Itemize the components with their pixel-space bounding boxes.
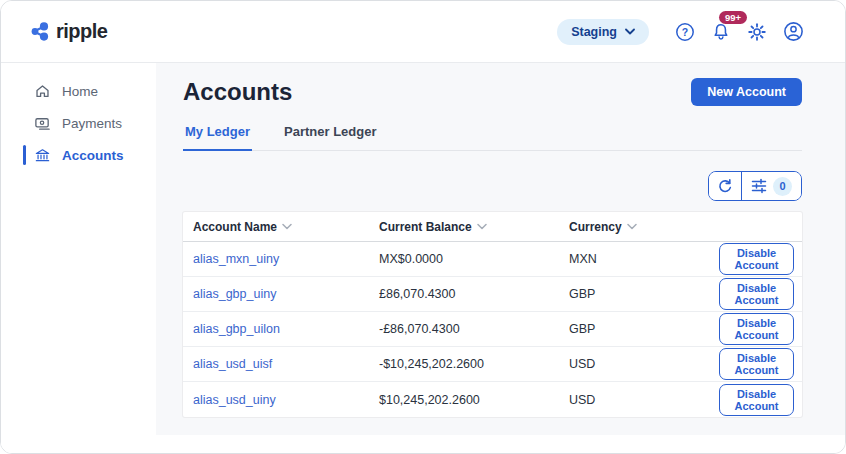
title-row: Accounts New Account xyxy=(183,78,802,106)
sidebar-item-payments[interactable]: Payments xyxy=(1,107,156,139)
account-button[interactable] xyxy=(781,20,805,44)
column-label: Currency xyxy=(569,220,622,234)
table-header: Account Name Current Balance Currency xyxy=(183,212,802,242)
accounts-table: Account Name Current Balance Currency al… xyxy=(183,212,802,417)
home-icon xyxy=(34,83,51,100)
currency-cell: USD xyxy=(569,393,719,407)
disable-account-button[interactable]: Disable Account xyxy=(719,278,794,310)
currency-cell: USD xyxy=(569,357,719,371)
svg-text:?: ? xyxy=(682,26,688,38)
payments-icon xyxy=(34,115,51,132)
page-body: Home Payments xyxy=(1,63,845,453)
currency-cell: MXN xyxy=(569,252,719,266)
action-cell: Disable Account xyxy=(719,243,794,275)
sidebar-item-label: Home xyxy=(62,84,98,99)
table-row: alias_mxn_uinyMX$0.0000MXNDisable Accoun… xyxy=(183,242,802,277)
ripple-logo: ripple xyxy=(31,20,107,43)
current-balance-cell: -$10,245,202.2600 xyxy=(379,357,569,371)
table-row: alias_gbp_uilon-£86,070.4300GBPDisable A… xyxy=(183,312,802,347)
main-content: Accounts New Account My Ledger Partner L… xyxy=(156,63,845,435)
currency-cell: GBP xyxy=(569,322,719,336)
bank-icon xyxy=(34,147,51,164)
sidebar-item-label: Payments xyxy=(62,116,122,131)
sidebar-item-home[interactable]: Home xyxy=(1,75,156,107)
environment-label: Staging xyxy=(571,25,617,39)
brand-name: ripple xyxy=(56,20,107,43)
currency-cell: GBP xyxy=(569,287,719,301)
action-cell: Disable Account xyxy=(719,384,794,416)
account-name-link[interactable]: alias_gbp_uiny xyxy=(193,287,379,301)
help-button[interactable]: ? xyxy=(673,20,697,44)
tab-partner-ledger[interactable]: Partner Ledger xyxy=(282,118,378,151)
tab-my-ledger[interactable]: My Ledger xyxy=(183,118,252,151)
sort-chevron-icon xyxy=(627,223,637,230)
sort-chevron-icon xyxy=(477,223,487,230)
table-rows: alias_mxn_uinyMX$0.0000MXNDisable Accoun… xyxy=(183,242,802,417)
filter-count-badge: 0 xyxy=(773,177,792,196)
app-window: ripple Staging ? xyxy=(0,0,846,454)
help-icon: ? xyxy=(675,22,695,42)
refresh-button[interactable] xyxy=(709,172,741,200)
account-name-link[interactable]: alias_gbp_uilon xyxy=(193,322,379,336)
refresh-icon xyxy=(717,178,733,194)
table-row: alias_usd_uisf-$10,245,202.2600USDDisabl… xyxy=(183,347,802,382)
sidebar-item-accounts[interactable]: Accounts xyxy=(1,139,156,171)
current-balance-cell: -£86,070.4300 xyxy=(379,322,569,336)
gear-icon xyxy=(747,22,767,42)
notification-badge: 99+ xyxy=(719,11,747,25)
settings-button[interactable] xyxy=(745,20,769,44)
sidebar: Home Payments xyxy=(1,63,156,453)
sidebar-item-label: Accounts xyxy=(62,148,124,163)
account-name-link[interactable]: alias_usd_uiny xyxy=(193,393,379,407)
current-balance-cell: MX$0.0000 xyxy=(379,252,569,266)
column-header-account-name[interactable]: Account Name xyxy=(193,220,379,234)
table-row: alias_gbp_uiny£86,070.4300GBPDisable Acc… xyxy=(183,277,802,312)
action-cell: Disable Account xyxy=(719,278,794,310)
top-bar: ripple Staging ? xyxy=(1,1,845,63)
bell-icon xyxy=(711,22,731,42)
sort-chevron-icon xyxy=(282,223,292,230)
environment-dropdown[interactable]: Staging xyxy=(557,19,649,45)
current-balance-cell: £86,070.4300 xyxy=(379,287,569,301)
account-name-link[interactable]: alias_usd_uisf xyxy=(193,357,379,371)
page-title: Accounts xyxy=(183,78,292,106)
table-toolbar: 0 xyxy=(183,171,802,201)
ripple-logo-icon xyxy=(31,22,50,41)
current-balance-cell: $10,245,202.2600 xyxy=(379,393,569,407)
disable-account-button[interactable]: Disable Account xyxy=(719,384,794,416)
action-cell: Disable Account xyxy=(719,313,794,345)
action-cell: Disable Account xyxy=(719,348,794,380)
disable-account-button[interactable]: Disable Account xyxy=(719,243,794,275)
user-avatar-icon xyxy=(783,21,804,42)
filter-sliders-icon xyxy=(751,178,767,194)
table-row: alias_usd_uiny$10,245,202.2600USDDisable… xyxy=(183,382,802,417)
column-header-current-balance[interactable]: Current Balance xyxy=(379,220,569,234)
new-account-button[interactable]: New Account xyxy=(691,78,802,106)
top-controls: Staging ? xyxy=(557,19,805,45)
notifications-button[interactable]: 99+ xyxy=(709,20,733,44)
account-name-link[interactable]: alias_mxn_uiny xyxy=(193,252,379,266)
column-header-currency[interactable]: Currency xyxy=(569,220,719,234)
column-label: Account Name xyxy=(193,220,277,234)
disable-account-button[interactable]: Disable Account xyxy=(719,313,794,345)
disable-account-button[interactable]: Disable Account xyxy=(719,348,794,380)
chevron-down-icon xyxy=(625,28,635,35)
column-label: Current Balance xyxy=(379,220,472,234)
tabs: My Ledger Partner Ledger xyxy=(183,118,802,151)
filter-button[interactable]: 0 xyxy=(741,172,801,200)
toolbar-button-group: 0 xyxy=(708,171,802,201)
